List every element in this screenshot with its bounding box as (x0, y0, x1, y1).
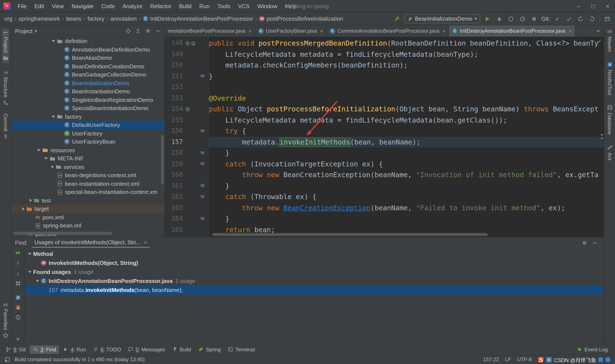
editor-horizontal-scrollbar[interactable] (212, 233, 488, 236)
close-tab-icon[interactable]: × (248, 28, 252, 34)
menu-build[interactable]: Build (175, 0, 195, 12)
code-line-164[interactable]: } (209, 213, 604, 224)
collapse-arrow-icon[interactable] (28, 271, 31, 273)
expand-arrow-icon[interactable] (52, 165, 54, 169)
breadcrumb-item-org[interactable]: org (3, 15, 13, 22)
toolwindow-button-0-messages[interactable]: 0: Messages (125, 345, 168, 354)
tree-item-bean-deginitions-context-xml[interactable]: bean-deginitions-context.xml (12, 171, 164, 180)
next-occurrence-icon[interactable]: ↓ (17, 270, 19, 276)
toolwindow-toggle-icon[interactable] (4, 357, 10, 363)
menu-code[interactable]: Code (97, 0, 119, 12)
code-line-156[interactable]: try { (209, 126, 604, 137)
fold-marker[interactable] (201, 217, 204, 221)
more-options-icon[interactable]: » (16, 335, 19, 342)
menu-navigate[interactable]: Navigate (68, 0, 98, 12)
collapse-arrow-icon[interactable] (28, 253, 31, 255)
menu-file[interactable]: File (14, 0, 31, 12)
code-line-153[interactable]: @Override (209, 93, 604, 104)
breadcrumb-item-initdestroyannotationbeanpostprocessor[interactable]: CInitDestroyAnnotationBeanPostProcessor (142, 15, 254, 22)
toolwindow-button-6-todo[interactable]: 6: TODO (90, 345, 124, 354)
breadcrumb-item-beans[interactable]: beans (65, 15, 82, 22)
breadcrumb-item-factory[interactable]: factory (87, 15, 105, 22)
find-row-method[interactable]: Method (25, 249, 604, 259)
tree-item-beanaliasdemo[interactable]: CBeanAliasDemo (12, 54, 164, 62)
close-button[interactable]: × (600, 0, 615, 12)
tree-item-meta-inf[interactable]: META-INF (12, 154, 164, 163)
menu-view[interactable]: View (48, 0, 68, 12)
find-results-tab[interactable]: Usages of invokeInitMethods(Object, Stri… (32, 238, 150, 248)
menu-refactor[interactable]: Refactor (146, 0, 175, 12)
tool-strip-button-1-project[interactable]: 1: Project (2, 29, 9, 63)
profiler-button[interactable] (518, 14, 527, 23)
tree-item-beaninstantiationdemo[interactable]: CBeanInstantiationDemo (12, 87, 164, 96)
window-layout-icon[interactable] (603, 14, 612, 23)
export-usages-icon[interactable] (15, 304, 21, 311)
expand-arrow-icon[interactable] (30, 199, 32, 202)
line-separator[interactable]: LF (505, 357, 511, 363)
tree-item-factory[interactable]: factory (12, 112, 164, 121)
editor-tab-nnotationbeanpostprocessor-java[interactable]: nnotationBeanPostProcessor.java× (165, 25, 255, 37)
setup-wrench-icon[interactable] (393, 14, 401, 23)
editor-tab-commonannotationbeanpostprocessor-java[interactable]: CCommonAnnotationBeanPostProcessor.java× (327, 25, 449, 37)
fold-marker[interactable] (201, 184, 204, 188)
tree-item-resources[interactable]: resources (12, 146, 164, 154)
find-row-invokeinitmethods-object-string[interactable]: minvokeInitMethods(Object, String) (25, 259, 604, 267)
tree-item-singletonbeanregistrationdemo[interactable]: CSingletonBeanRegistrationDemo (12, 96, 164, 104)
toolwindow-button-event-log[interactable]: Event Log (574, 345, 611, 354)
gear-icon[interactable] (145, 28, 151, 34)
tree-item-beaninitializationdemo[interactable]: CBeanInitializationDemo (12, 79, 164, 87)
minimize-button[interactable]: – (571, 0, 586, 12)
tree-item-spring-bean-iml[interactable]: spring-bean.iml (12, 221, 164, 230)
find-row-invokeinitmethods[interactable]: 157metadata.invokeInitMethods(bean, bean… (25, 286, 604, 295)
tree-item-specialbeaninstantiationdemo[interactable]: CSpecialBeanInstantiationDemo (12, 104, 164, 112)
fold-marker[interactable] (201, 151, 204, 155)
code-line-158[interactable]: } (209, 147, 604, 158)
tree-item-test[interactable]: test (12, 196, 164, 205)
toolwindow-button-3-find[interactable]: 3: Find (29, 345, 59, 354)
tool-strip-button-ant[interactable]: Ant (607, 144, 613, 160)
close-tab-icon[interactable]: × (144, 239, 147, 246)
code-line-155[interactable]: LifecycleMetadata metadata = findLifecyc… (209, 115, 604, 126)
code-line-148[interactable]: public void postProcessMergedBeanDefinit… (209, 38, 604, 49)
tool-strip-button-maven[interactable]: mMaven (607, 29, 613, 52)
tree-item-bean-instantiation-context-xml[interactable]: bean-instantiation-context.xml (12, 180, 164, 188)
code-line-150[interactable]: metadata.checkConfigMembers(beanDefiniti… (209, 60, 604, 71)
run-configuration-select[interactable]: BeanInitializationDemo ▾ (404, 14, 480, 23)
collapse-arrow-icon[interactable] (52, 40, 55, 42)
code-line-157[interactable]: metadata.invokeInitMethods(bean, beanNam… (209, 137, 604, 147)
code-line-159[interactable]: catch (InvocationTargetException ex) { (209, 158, 604, 169)
hide-panel-icon[interactable] (155, 28, 161, 34)
tool-strip-button-7-structure[interactable]: 7: Structure (3, 71, 9, 105)
editor-tab-userfactorybean-java[interactable]: CUserFactoryBean.java× (255, 25, 327, 37)
tree-item-services[interactable]: services (12, 163, 164, 171)
code-line-151[interactable]: } (209, 71, 604, 82)
menu-tools[interactable]: Tools (214, 0, 234, 12)
collapse-arrow-icon[interactable] (37, 149, 40, 151)
menu-run[interactable]: Run (195, 0, 214, 12)
info-icon[interactable] (15, 314, 21, 320)
import-usages-icon[interactable] (15, 295, 21, 300)
toolwindow-button-4-run[interactable]: 4: Run (60, 345, 89, 354)
find-row-found-usages[interactable]: Found usages1 usage (25, 267, 604, 276)
collapse-all-icon[interactable] (135, 28, 141, 34)
maximize-button[interactable]: □ (586, 0, 600, 12)
collapse-arrow-icon[interactable] (44, 158, 48, 160)
file-encoding[interactable]: UTF-8 (517, 357, 532, 363)
group-by-icon[interactable] (15, 280, 21, 286)
fold-marker[interactable] (201, 195, 204, 199)
tree-item-userfactory[interactable]: IUserFactory (12, 129, 164, 138)
toolwindow-button-terminal[interactable]: Terminal (225, 345, 258, 354)
code-line-161[interactable]: } (209, 180, 604, 191)
expand-arrow-icon[interactable] (22, 207, 25, 211)
code-line-152[interactable] (209, 82, 604, 93)
menu-vcs[interactable]: VCS (234, 0, 253, 12)
tool-strip-button-restfultool[interactable]: RRestfulTool (607, 62, 613, 95)
fold-marker[interactable] (201, 75, 204, 78)
toolwindow-button-build[interactable]: Build (169, 345, 194, 354)
fold-marker[interactable] (201, 162, 204, 166)
collapse-arrow-icon[interactable] (36, 280, 39, 282)
code-line-160[interactable]: throw new BeanCreationException(beanName… (209, 169, 604, 180)
breadcrumb-item-postprocessbeforeinitialization[interactable]: mpostProcessBeforeInitialization (258, 15, 344, 22)
tree-item-userfactorybean[interactable]: CUserFactoryBean (12, 138, 164, 146)
tree-item-beandefinitioncreationdemo[interactable]: CBeanDefinitionCreationDemo (12, 62, 164, 71)
